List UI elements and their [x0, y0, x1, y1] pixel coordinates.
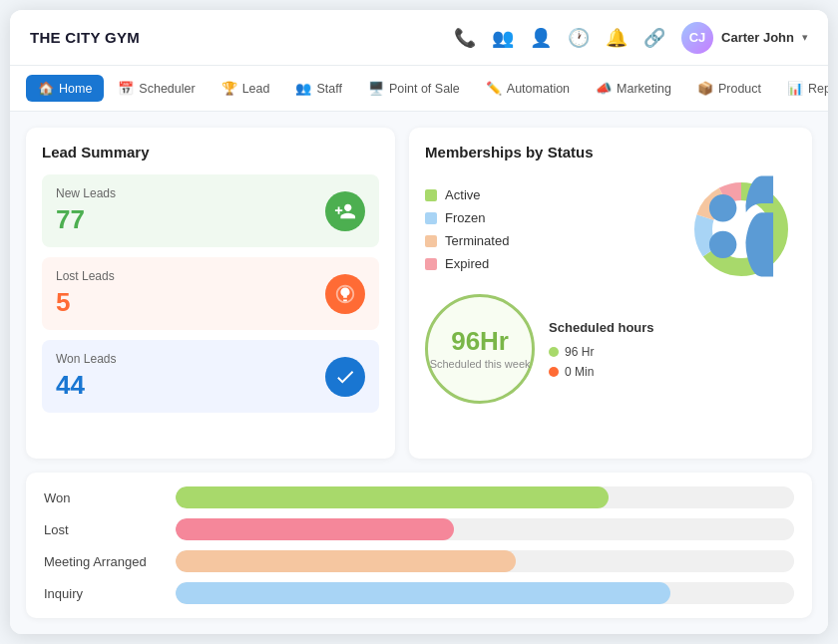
bar-track-won [176, 486, 794, 508]
sched-min-dot [549, 367, 559, 377]
new-leads-value: 77 [56, 204, 116, 235]
user-name: Carter John [721, 30, 794, 45]
share-icon[interactable]: 🔗 [643, 27, 665, 49]
staff-icon: 👥 [295, 81, 311, 96]
person-icon[interactable]: 👤 [530, 27, 552, 49]
terminated-dot [425, 235, 437, 247]
won-leads-card: Won Leads 44 [42, 340, 379, 413]
lead-icon: 🏆 [221, 81, 237, 96]
group-icon[interactable]: 👥 [492, 27, 514, 49]
nav-item-automation[interactable]: ✏️ Automation [474, 75, 582, 102]
new-leads-card: New Leads 77 [42, 174, 379, 247]
lead-summary-title: Lead Summary [42, 144, 379, 161]
bar-label-inquiry: Inquiry [44, 586, 164, 601]
scheduled-row: 96Hr Scheduled this week Scheduled hours… [425, 294, 796, 404]
won-leads-value: 44 [56, 370, 117, 401]
nav-item-scheduler[interactable]: 📅 Scheduler [106, 75, 207, 102]
frozen-dot [425, 212, 437, 224]
nav-item-reports[interactable]: 📊 Reports [775, 75, 828, 102]
memberships-panel: Memberships by Status Active Frozen [409, 128, 812, 459]
bar-row-won: Won [44, 486, 794, 508]
scheduled-hours-value: 96Hr [451, 326, 509, 357]
lead-summary-panel: Lead Summary New Leads 77 [26, 128, 395, 459]
memberships-top: Active Frozen Terminated Expired [425, 174, 796, 284]
reports-icon: 📊 [787, 81, 803, 96]
logo: THE CITY GYM [30, 29, 140, 46]
new-leads-label: New Leads [56, 186, 116, 200]
marketing-icon: 📣 [596, 81, 612, 96]
bar-row-inquiry: Inquiry [44, 582, 794, 604]
pos-icon: 🖥️ [368, 81, 384, 96]
bar-track-meeting [176, 550, 794, 572]
main-content: Lead Summary New Leads 77 [10, 112, 828, 634]
home-icon: 🏠 [38, 81, 54, 96]
bar-fill-won [176, 486, 609, 508]
avatar: CJ [681, 22, 713, 54]
bar-track-lost [176, 518, 794, 540]
expired-dot [425, 258, 437, 270]
phone-icon[interactable]: 📞 [454, 27, 476, 49]
lost-leads-card: Lost Leads 5 [42, 257, 379, 330]
legend-terminated: Terminated [425, 233, 676, 248]
sched-item-hours: 96 Hr [549, 345, 653, 359]
nav-item-pos[interactable]: 🖥️ Point of Sale [356, 75, 472, 102]
scheduled-legend: Scheduled hours 96 Hr 0 Min [549, 320, 653, 379]
legend-active: Active [425, 187, 676, 202]
nav-item-lead[interactable]: 🏆 Lead [210, 75, 282, 102]
product-icon: 📦 [697, 81, 713, 96]
active-dot [425, 189, 437, 201]
bar-fill-inquiry [176, 582, 670, 604]
bar-row-meeting: Meeting Arranged [44, 550, 794, 572]
lost-leads-label: Lost Leads [56, 269, 115, 283]
nav-item-marketing[interactable]: 📣 Marketing [584, 75, 683, 102]
scheduled-legend-title: Scheduled hours [549, 320, 653, 335]
lost-leads-value: 5 [56, 287, 115, 318]
scheduler-icon: 📅 [118, 81, 134, 96]
bar-label-meeting: Meeting Arranged [44, 554, 164, 569]
nav: 🏠 Home 📅 Scheduler 🏆 Lead 👥 Staff 🖥️ Poi… [10, 66, 828, 112]
nav-item-staff[interactable]: 👥 Staff [283, 75, 353, 102]
scheduled-circle: 96Hr Scheduled this week [425, 294, 535, 404]
user-profile[interactable]: CJ Carter John ▾ [681, 22, 808, 54]
donut-center-icon [686, 171, 796, 287]
new-leads-icon [325, 191, 365, 231]
legend-expired: Expired [425, 256, 676, 271]
memberships-legend: Active Frozen Terminated Expired [425, 174, 676, 284]
top-row: Lead Summary New Leads 77 [26, 128, 812, 459]
legend-frozen: Frozen [425, 210, 676, 225]
header: THE CITY GYM 📞 👥 👤 🕐 🔔 🔗 CJ Carter John … [10, 10, 828, 66]
bar-fill-meeting [176, 550, 516, 572]
nav-item-product[interactable]: 📦 Product [685, 75, 773, 102]
app-container: THE CITY GYM 📞 👥 👤 🕐 🔔 🔗 CJ Carter John … [10, 10, 828, 634]
progress-bars-section: Won Lost Meeting Arranged Inquiry [26, 473, 812, 618]
bar-track-inquiry [176, 582, 794, 604]
automation-icon: ✏️ [486, 81, 502, 96]
bar-label-lost: Lost [44, 522, 164, 537]
nav-item-home[interactable]: 🏠 Home [26, 75, 104, 102]
lost-leads-icon [325, 274, 365, 314]
won-leads-icon [325, 357, 365, 397]
won-leads-label: Won Leads [56, 352, 117, 366]
sched-item-min: 0 Min [549, 365, 653, 379]
memberships-title: Memberships by Status [425, 144, 796, 161]
header-icons: 📞 👥 👤 🕐 🔔 🔗 CJ Carter John ▾ [454, 22, 808, 54]
chevron-down-icon: ▾ [802, 31, 808, 44]
donut-chart [686, 174, 796, 284]
bell-icon[interactable]: 🔔 [606, 27, 628, 49]
bar-label-won: Won [44, 490, 164, 505]
bar-fill-lost [176, 518, 454, 540]
clock-icon[interactable]: 🕐 [568, 27, 590, 49]
scheduled-label: Scheduled this week [430, 357, 531, 371]
sched-hours-dot [549, 347, 559, 357]
bar-row-lost: Lost [44, 518, 794, 540]
